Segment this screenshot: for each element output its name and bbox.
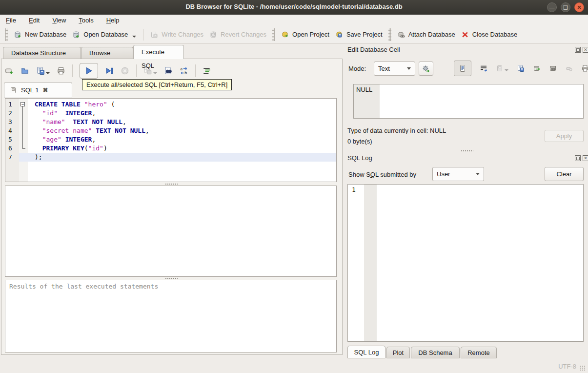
auto-switch-mode-button[interactable] (419, 62, 433, 76)
cell-size-text: 0 byte(s) (347, 138, 372, 145)
execution-message-pane: Results of the last executed statements (5, 280, 337, 352)
mode-value: Text (378, 65, 390, 72)
toolbar-separator (143, 29, 143, 41)
menu-tools[interactable]: Tools (79, 17, 93, 24)
menu-file[interactable]: File (6, 17, 16, 24)
tab-execute-sql[interactable]: Execute SQL (133, 45, 184, 59)
attach-database-label: Attach Database (408, 31, 455, 38)
print-sql-icon[interactable] (57, 66, 65, 75)
write-changes-icon (150, 31, 158, 39)
save-sql-file-icon (36, 66, 45, 75)
log-filter-combobox[interactable]: User (432, 167, 484, 181)
open-database-dropdown-icon[interactable] (132, 36, 136, 38)
sql-document-icon (9, 86, 17, 94)
save-project-button[interactable]: Save Project (332, 29, 385, 41)
fold-marker (19, 153, 28, 162)
execute-sql-button[interactable] (80, 63, 98, 79)
print-cell-icon[interactable] (581, 64, 588, 72)
open-project-button[interactable]: Open Project (278, 29, 332, 41)
tab-database-structure[interactable]: Database Structure (3, 47, 81, 59)
results-grid-pane[interactable] (5, 186, 337, 277)
code-line[interactable]: 3 "name" TEXT NOT NULL, (5, 118, 336, 126)
menu-bar: File Edit View Tools Help (0, 15, 588, 26)
menu-edit[interactable]: Edit (29, 17, 40, 24)
edit-cell-header: Edit Database Cell (347, 46, 400, 53)
format-sql-icon[interactable] (203, 66, 211, 75)
find-replace-icon[interactable]: ab (180, 66, 188, 75)
save-project-label: Save Project (346, 31, 383, 38)
execute-sql-icon (84, 66, 93, 75)
open-sql-file-icon[interactable] (20, 66, 29, 75)
code-line[interactable]: 5 "age" INTEGER, (5, 135, 336, 144)
open-database-label: Open Database (83, 31, 128, 38)
line-number: 2 (5, 109, 19, 118)
import-icon (496, 64, 504, 72)
link-icon[interactable] (549, 64, 557, 72)
svg-text:b: b (184, 71, 187, 75)
tab-plot[interactable]: Plot (386, 347, 410, 358)
tab-remote[interactable]: Remote (461, 347, 497, 358)
cell-value: NULL (356, 86, 372, 93)
text-mode-toggle[interactable] (454, 61, 471, 76)
open-external-icon[interactable] (533, 64, 541, 72)
float-panel-icon[interactable] (575, 47, 581, 53)
menu-view[interactable]: View (52, 17, 66, 24)
write-changes-label: Write Changes (162, 31, 203, 38)
close-panel-icon[interactable]: ✕ (583, 47, 588, 53)
new-sql-tab-icon[interactable] (5, 66, 14, 75)
word-wrap-icon[interactable] (480, 64, 487, 72)
tab-browse-data[interactable]: Browse Data (81, 47, 133, 59)
toolbar-drag-handle[interactable] (272, 28, 275, 41)
float-panel-icon[interactable] (575, 155, 581, 161)
sql-editor[interactable]: 1CREATE TABLE "hero" (2 "id" INTEGER,3 "… (5, 98, 337, 182)
resize-grip[interactable] (580, 365, 586, 371)
export-cell-data-icon[interactable] (517, 64, 525, 72)
close-database-label: Close Database (472, 31, 518, 38)
open-project-icon (281, 31, 289, 39)
code-line[interactable]: 6 PRIMARY KEY("id") (5, 144, 336, 153)
fold-marker (19, 118, 28, 126)
open-database-button[interactable]: Open Database (69, 29, 139, 41)
minimize-icon[interactable]: — (547, 2, 557, 12)
splitter-handle[interactable] (461, 150, 473, 152)
sql-log-view[interactable]: 1 (347, 184, 584, 342)
close-panel-icon[interactable]: ✕ (583, 155, 588, 161)
save-sql-file-button[interactable] (36, 66, 50, 75)
cell-value-editor[interactable]: NULL (353, 84, 584, 119)
code-text: "name" TEXT NOT NULL, (28, 118, 336, 126)
svg-text:a: a (180, 67, 182, 71)
tab-db-schema[interactable]: DB Schema (411, 347, 460, 358)
log-filter-label: Show SQL submitted by (348, 171, 416, 178)
toolbar-drag-handle[interactable] (5, 28, 8, 41)
tab-sql-log[interactable]: SQL Log (347, 346, 385, 358)
sql-log-dock-buttons: ✕ (575, 155, 588, 161)
code-line[interactable]: 1CREATE TABLE "hero" ( (5, 100, 336, 109)
code-line[interactable]: 7); (5, 153, 336, 162)
splitter-handle[interactable] (165, 277, 178, 279)
maximize-icon[interactable]: ❑ (561, 2, 570, 12)
find-icon[interactable] (164, 66, 173, 75)
save-sql-dropdown-icon[interactable] (46, 72, 50, 74)
close-icon[interactable]: ✕ (574, 2, 584, 12)
sql-log-header: SQL Log (347, 154, 372, 162)
code-line[interactable]: 4 "secret_name" TEXT NOT NULL, (5, 126, 336, 135)
code-line[interactable]: 2 "id" INTEGER, (5, 109, 336, 118)
attach-database-button[interactable]: Attach Database (394, 29, 458, 41)
line-number: 1 (5, 100, 19, 109)
mode-combobox[interactable]: Text (374, 62, 415, 76)
title-bar[interactable]: DB Browser for SQLite - /home/user/code/… (0, 0, 588, 15)
menu-help[interactable]: Help (106, 17, 120, 24)
sql-toolbar-separator (72, 64, 73, 77)
splitter-handle[interactable] (165, 183, 178, 185)
clear-log-button[interactable]: Clear (545, 167, 584, 181)
gear-icon (422, 65, 430, 73)
close-tab-icon[interactable]: ✖ (42, 86, 48, 94)
execute-current-line-icon[interactable] (105, 66, 114, 75)
new-database-button[interactable]: New Database (11, 29, 69, 41)
line-number: 6 (5, 144, 19, 153)
close-database-button[interactable]: Close Database (458, 29, 521, 41)
toolbar-drag-handle[interactable] (388, 28, 391, 41)
execute-tooltip: Execute all/selected SQL [Ctrl+Return, F… (82, 79, 232, 90)
sql1-tab[interactable]: SQL 1 ✖ (4, 82, 72, 98)
fold-collapse-icon[interactable] (19, 100, 28, 109)
